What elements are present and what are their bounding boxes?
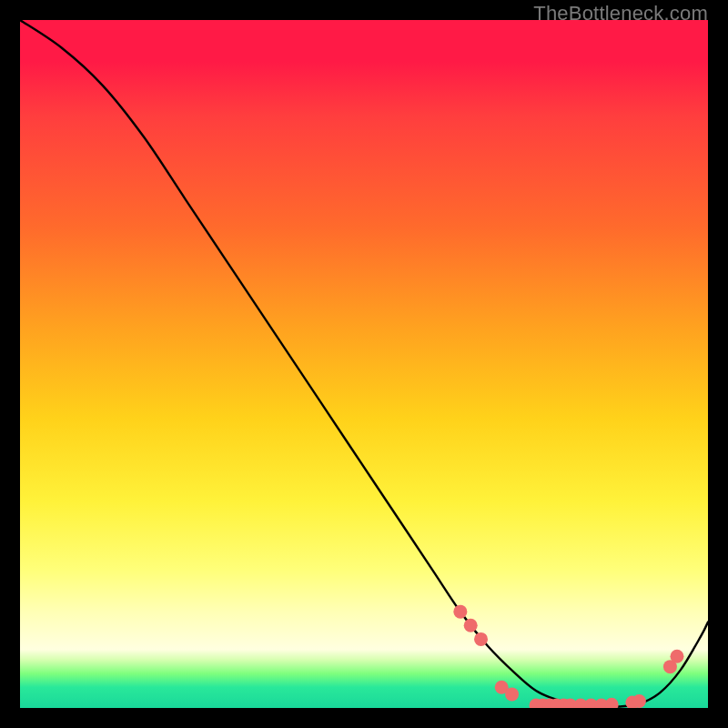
chart-stage: TheBottleneck.com — [0, 0, 728, 728]
chart-marker — [453, 605, 467, 619]
chart-marker — [505, 687, 519, 701]
chart-marker — [605, 698, 619, 708]
chart-plot-area — [20, 20, 708, 708]
chart-marker — [464, 619, 478, 632]
chart-curve — [20, 20, 708, 707]
chart-markers — [453, 605, 683, 708]
watermark-text: TheBottleneck.com — [533, 2, 708, 25]
chart-marker — [670, 650, 683, 663]
chart-marker — [632, 694, 646, 708]
chart-marker — [474, 632, 488, 646]
chart-svg — [20, 20, 708, 708]
